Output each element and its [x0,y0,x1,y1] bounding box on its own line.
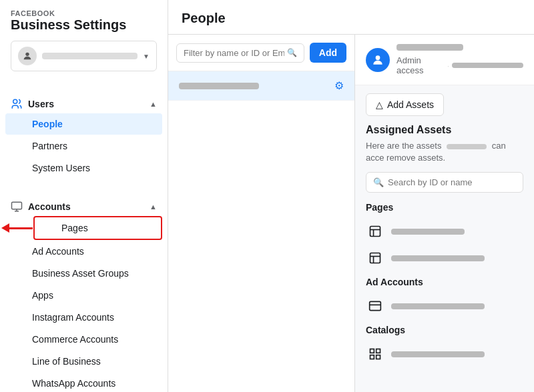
account-selector[interactable]: ▼ [11,41,157,71]
business-settings-title: Business Settings [11,17,157,33]
pages-section-title: Pages [366,202,523,213]
add-icon: △ [376,99,383,110]
sidebar-item-business-asset-groups[interactable]: Business Asset Groups [5,263,162,284]
person-list-item[interactable]: ⚙ [168,71,354,101]
blurred-name [447,144,487,149]
sidebar-item-whatsapp-accounts[interactable]: WhatsApp Accounts [5,373,162,392]
page-title: People [182,11,521,26]
people-search-bar: 🔍 Add [168,35,354,71]
search-icon-2: 🔍 [373,177,384,187]
accounts-section-header[interactable]: Accounts ▲ [0,195,168,215]
users-icon [11,98,23,110]
user-email-blurred [452,63,523,68]
users-chevron-icon: ▲ [150,100,157,108]
catalogs-section-title: Catalogs [366,325,523,335]
facebook-label: FACEBOOK [11,9,157,17]
svg-rect-2 [12,202,22,209]
svg-rect-5 [370,227,380,237]
svg-point-4 [376,55,380,60]
users-section: Users ▲ People Partners System Users [0,87,168,185]
asset-item-ad [366,293,523,319]
sidebar-item-ad-accounts[interactable]: Ad Accounts [5,241,162,262]
person-name-blurred [179,83,259,89]
assigned-assets-section: Assigned Assets Here are the assets can … [355,124,534,367]
catalog-icon [366,345,384,363]
page-icon [366,222,384,241]
main-content: People 🔍 Add ⚙ [168,0,534,392]
svg-rect-7 [370,302,381,311]
red-arrow-indicator [1,223,33,233]
main-header: People [168,0,534,35]
svg-rect-6 [370,253,380,263]
people-search-input[interactable] [184,48,284,58]
content-area: 🔍 Add ⚙ Admin access [168,35,534,392]
assigned-assets-description: Here are the assets can acce remove asse… [366,140,523,164]
search-icon: 🔍 [287,48,297,57]
asset-item [366,218,523,245]
svg-rect-12 [376,355,380,359]
user-name-blurred [396,44,463,51]
admin-label: Admin access · [396,55,523,75]
chevron-down-icon: ▼ [143,53,150,60]
asset-name-blurred-2 [391,255,485,261]
search-input-wrapper[interactable]: 🔍 [176,43,304,63]
user-info: Admin access · [396,44,523,75]
sidebar: FACEBOOK Business Settings ▼ Users ▲ Peo… [0,0,168,392]
person-settings-icon: ⚙ [334,79,344,92]
assigned-assets-title: Assigned Assets [366,124,523,136]
people-panel: 🔍 Add ⚙ [168,35,355,392]
asset-item [366,245,523,271]
users-section-title: Users [11,98,54,110]
svg-rect-11 [370,355,374,359]
add-button[interactable]: Add [310,43,346,63]
user-avatar [366,48,390,72]
avatar [18,47,37,65]
accounts-chevron-icon: ▲ [150,203,157,211]
sidebar-item-partners[interactable]: Partners [5,135,162,157]
arrow-head-icon [1,223,9,233]
sidebar-item-instagram-accounts[interactable]: Instagram Accounts [5,307,162,328]
ad-account-name-blurred [391,303,485,309]
add-assets-button[interactable]: △ Add Assets [366,93,444,116]
svg-point-1 [13,99,17,103]
accounts-icon [11,201,23,213]
sidebar-item-system-users[interactable]: System Users [5,157,162,179]
arrow-line [9,227,33,229]
asset-search-input[interactable] [388,177,516,187]
account-name [42,53,138,59]
sidebar-item-apps[interactable]: Apps [5,285,162,306]
catalog-name-blurred [391,351,485,357]
ad-account-icon [366,297,384,315]
accounts-section-title: Accounts [11,201,71,213]
detail-header: Admin access · [355,35,534,85]
sidebar-item-people[interactable]: People [5,113,162,135]
sidebar-item-commerce-accounts[interactable]: Commerce Accounts [5,329,162,350]
asset-search-bar[interactable]: 🔍 [366,172,523,193]
sidebar-header: FACEBOOK Business Settings ▼ [0,0,168,82]
page-icon-2 [366,249,384,267]
asset-name-blurred [391,229,465,235]
asset-item-catalog [366,341,523,367]
accounts-section: Accounts ▲ Pages Ad Accounts Business As… [0,190,168,392]
users-section-header[interactable]: Users ▲ [0,93,168,113]
svg-rect-10 [376,349,380,353]
sidebar-item-pages[interactable]: Pages [33,216,162,240]
ad-accounts-section-title: Ad Accounts [366,277,523,287]
sidebar-item-line-of-business[interactable]: Line of Business [5,351,162,372]
detail-panel: Admin access · △ Add Assets Assigned Ass… [355,35,534,392]
svg-rect-9 [370,349,374,353]
svg-point-0 [25,53,29,56]
